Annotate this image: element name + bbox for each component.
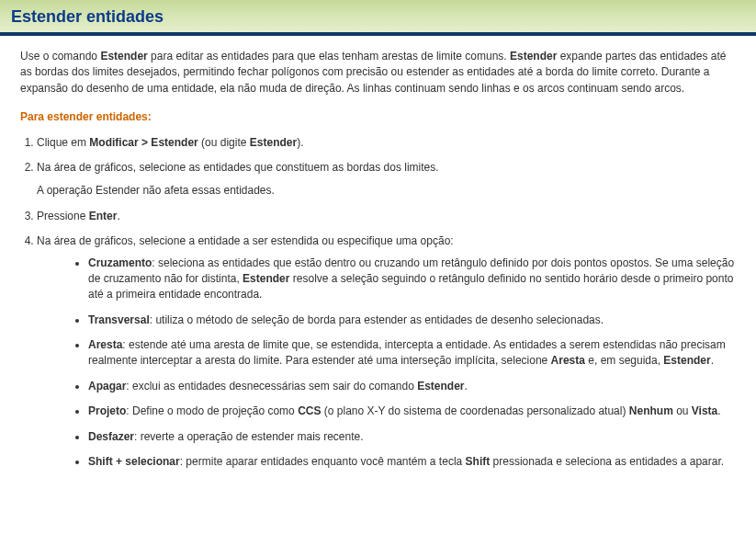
bold-text: Shift [466, 455, 491, 468]
text: para editar as entidades para que elas t… [148, 50, 510, 63]
bold-text: CCS [298, 404, 321, 417]
bold-text: Projeto [88, 404, 126, 417]
text: . [717, 404, 720, 417]
text: . [465, 380, 468, 392]
text: ou [673, 404, 692, 417]
text: e, em seguida, [585, 354, 663, 367]
page-title: Estender entidades [11, 7, 745, 27]
text: Pressione [37, 210, 89, 222]
text: A operação Estender não afeta essas enti… [37, 183, 736, 199]
option-aresta: Aresta: estende até uma aresta de limite… [88, 337, 736, 370]
bold-text: Apagar [88, 380, 126, 392]
text: : reverte a operação de estender mais re… [134, 430, 363, 443]
bold-text: Vista [692, 404, 717, 417]
text: Na área de gráficos, selecione as entida… [37, 160, 736, 176]
section-label: Para estender entidades: [20, 109, 736, 125]
text: : Define o modo de projeção como [126, 404, 298, 417]
text: : utiliza o método de seleção de borda p… [150, 313, 604, 326]
text: ). [297, 136, 303, 149]
intro-paragraph: Use o comando Estender para editar as en… [20, 49, 736, 97]
text: : permite aparar entidades enquanto você… [180, 455, 466, 468]
steps-list: Clique em Modificar > Estender (ou digit… [37, 135, 736, 471]
text: : exclui as entidades desnecessárias sem… [126, 380, 417, 392]
bold-text: Estender [100, 50, 147, 63]
bold-text: Estender [243, 272, 289, 285]
bold-text: Transversal [88, 313, 150, 326]
bold-text: Aresta [88, 338, 122, 351]
step-1: Clique em Modificar > Estender (ou digit… [37, 135, 736, 151]
option-desfazer: Desfazer: reverte a operação de estender… [88, 429, 736, 445]
bold-text: Desfazer [88, 430, 134, 443]
bold-text: Estender [417, 380, 464, 392]
step-3: Pressione Enter. [37, 209, 736, 224]
bold-text: Shift + selecionar [88, 455, 180, 468]
text: Clique em [37, 136, 89, 149]
bold-text: Cruzamento [88, 256, 152, 269]
text: Na área de gráficos, selecione a entidad… [37, 233, 736, 249]
text: . [711, 354, 714, 367]
option-cruzamento: Cruzamento: seleciona as entidades que e… [88, 256, 736, 303]
options-list: Cruzamento: seleciona as entidades que e… [88, 256, 736, 471]
text: . [117, 210, 119, 222]
bold-text: Estender [250, 136, 297, 149]
page-header: Estender entidades [0, 0, 756, 36]
bold-text: Enter [89, 210, 118, 222]
option-shift-selecionar: Shift + selecionar: permite aparar entid… [88, 454, 736, 470]
step-2: Na área de gráficos, selecione as entida… [37, 160, 736, 199]
text: pressionada e seleciona as entidades a a… [490, 455, 724, 468]
text: (ou digite [198, 136, 250, 149]
bold-text: Aresta [551, 354, 585, 367]
text: (o plano X-Y do sistema de coordenadas p… [321, 404, 628, 417]
option-transversal: Transversal: utiliza o método de seleção… [88, 313, 736, 328]
bold-text: Nenhum [629, 404, 673, 417]
text: Use o comando [20, 50, 100, 63]
step-4: Na área de gráficos, selecione a entidad… [37, 233, 736, 470]
bold-text: Estender [510, 50, 557, 63]
bold-text: Modificar > Estender [89, 136, 197, 149]
option-apagar: Apagar: exclui as entidades desnecessári… [88, 379, 736, 394]
bold-text: Estender [663, 354, 710, 367]
option-projeto: Projeto: Define o modo de projeção como … [88, 404, 736, 419]
page-content: Use o comando Estender para editar as en… [0, 36, 756, 492]
